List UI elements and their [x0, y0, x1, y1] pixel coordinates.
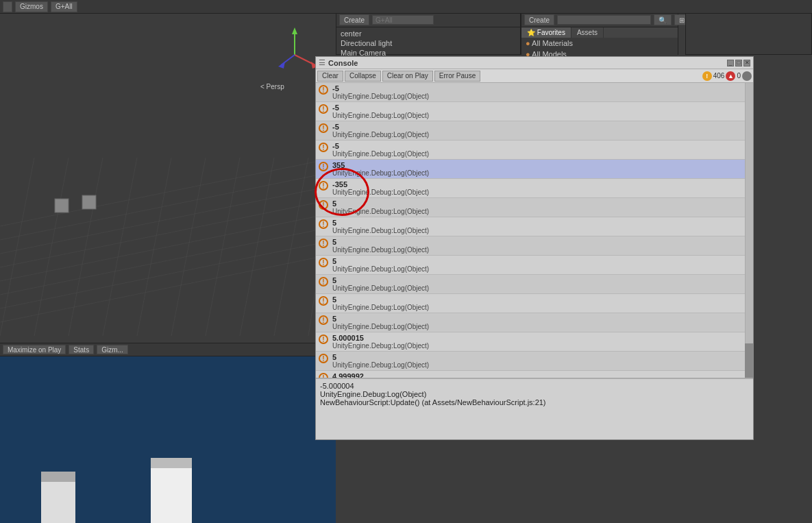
- warn-icon: !: [319, 258, 328, 267]
- console-item[interactable]: ! 5 UnityEngine.Debug:Log(Object): [316, 352, 745, 371]
- svg-line-6: [0, 240, 336, 308]
- assets-tab[interactable]: Assets: [571, 27, 604, 38]
- svg-line-1: [0, 171, 336, 240]
- maximize-on-play-btn[interactable]: Maximize on Play: [3, 345, 66, 354]
- console-item[interactable]: ! 5 UnityEngine.Debug:Log(Object): [316, 294, 745, 313]
- svg-line-4: [0, 212, 336, 281]
- console-item[interactable]: ! 5 UnityEngine.Debug:Log(Object): [316, 275, 745, 294]
- warn-icon: !: [319, 104, 328, 114]
- gall-button[interactable]: G+All: [51, 1, 77, 12]
- console-item-value: 5: [332, 353, 429, 361]
- console-item[interactable]: ! -5 UnityEngine.Debug:Log(Object): [316, 121, 745, 141]
- console-badges: ! 406 ▲ 0: [702, 71, 752, 81]
- console-item-value: -5: [332, 84, 429, 93]
- console-icon: ☰: [319, 58, 325, 67]
- console-footer: -5.000004 UnityEngine.Debug:Log(Object) …: [316, 378, 753, 439]
- warn-icon: !: [319, 123, 328, 133]
- warn-icon: !: [319, 219, 328, 229]
- favorites-label: Favorites: [537, 29, 565, 36]
- console-item[interactable]: ! 5 UnityEngine.Debug:Log(Object): [316, 236, 745, 256]
- console-clear-btn[interactable]: Clear: [317, 71, 343, 82]
- console-item[interactable]: ! -5 UnityEngine.Debug:Log(Object): [316, 141, 745, 160]
- console-error-pause-btn[interactable]: Error Pause: [434, 71, 480, 82]
- favorites-tab[interactable]: ⭐ Favorites: [521, 27, 571, 38]
- console-item-source: UnityEngine.Debug:Log(Object): [332, 131, 429, 138]
- console-item[interactable]: ! -5 UnityEngine.Debug:Log(Object): [316, 83, 745, 102]
- svg-marker-19: [292, 27, 297, 34]
- warn-icon: !: [319, 85, 328, 95]
- console-collapse-btn[interactable]: Collapse: [345, 71, 381, 82]
- console-clear-on-play-btn[interactable]: Clear on Play: [382, 71, 433, 82]
- hierarchy-item-light[interactable]: Directional light: [341, 38, 516, 48]
- cube-right: [151, 468, 192, 523]
- hierarchy-list: center Directional light Main Camera: [336, 27, 520, 59]
- console-item-source: UnityEngine.Debug:Log(Object): [332, 150, 429, 158]
- svg-line-13: [171, 158, 206, 336]
- svg-rect-26: [82, 195, 96, 209]
- console-item[interactable]: ! 355 UnityEngine.Debug:Log(Object): [316, 160, 745, 179]
- console-item-value: 5: [332, 238, 429, 246]
- warn-icon: !: [319, 373, 328, 378]
- console-item-source: UnityEngine.Debug:Log(Object): [332, 169, 429, 177]
- console-item-value: 355: [332, 161, 429, 169]
- console-item-source: UnityEngine.Debug:Log(Object): [332, 208, 429, 215]
- console-item-source: UnityEngine.Debug:Log(Object): [332, 246, 429, 254]
- console-item-source: UnityEngine.Debug:Log(Object): [332, 265, 429, 273]
- project-search-btn[interactable]: 🔍: [654, 14, 672, 25]
- svg-line-12: [137, 158, 171, 336]
- console-item-source: UnityEngine.Debug:Log(Object): [332, 227, 429, 234]
- project-create-btn[interactable]: Create: [524, 14, 554, 25]
- project-favorites-row: ⭐ Favorites Assets: [521, 27, 678, 38]
- console-item[interactable]: ! 5.000015 UnityEngine.Debug:Log(Object): [316, 332, 745, 352]
- console-item-value: 4.999992: [332, 372, 429, 378]
- hierarchy-search-input[interactable]: [372, 15, 434, 25]
- warn-icon: !: [319, 315, 328, 325]
- console-close-btn[interactable]: ✕: [743, 60, 750, 66]
- stats-btn[interactable]: Stats: [69, 345, 94, 354]
- console-item[interactable]: ! 5 UnityEngine.Debug:Log(Object): [316, 217, 745, 236]
- hierarchy-item-center[interactable]: center: [341, 29, 516, 38]
- scene-viewport: < Persp: [0, 14, 336, 343]
- svg-marker-23: [278, 62, 285, 69]
- all-materials-item[interactable]: ● All Materials: [521, 38, 678, 49]
- console-scrollbar[interactable]: [745, 83, 753, 378]
- console-item-value: 5: [332, 219, 429, 227]
- hierarchy-create-btn[interactable]: Create: [339, 14, 369, 25]
- warn-icon: !: [319, 239, 328, 248]
- warn-icon: !: [319, 143, 328, 152]
- console-item-source: UnityEngine.Debug:Log(Object): [332, 342, 429, 350]
- console-panel: ☰ Console _ □ ✕ Clear Collapse Clear on …: [315, 56, 754, 440]
- console-item[interactable]: ! -355 UnityEngine.Debug:Log(Object): [316, 179, 745, 198]
- console-item[interactable]: ! 5 UnityEngine.Debug:Log(Object): [316, 313, 745, 332]
- game-area: [0, 356, 336, 523]
- console-item-value: 5: [332, 199, 429, 208]
- console-item-source: UnityEngine.Debug:Log(Object): [332, 188, 429, 196]
- console-scrollbar-thumb[interactable]: [745, 343, 753, 378]
- project-search-input[interactable]: [557, 15, 651, 25]
- console-maximize-btn[interactable]: □: [735, 60, 742, 66]
- materials-icon: ●: [526, 39, 530, 47]
- console-item-value: 5.000015: [332, 334, 429, 342]
- console-item-value: -355: [332, 180, 429, 188]
- gizmos-dropdown-btn[interactable]: Gizm...: [97, 345, 128, 354]
- gizmos-button[interactable]: Gizmos: [15, 1, 48, 12]
- console-minimize-btn[interactable]: _: [727, 60, 734, 66]
- svg-line-10: [69, 158, 103, 336]
- console-item[interactable]: ! 4.999992 UnityEngine.Debug:Log(Object): [316, 371, 745, 378]
- cube-left: [41, 482, 75, 523]
- all-materials-label: All Materials: [532, 39, 573, 47]
- project-toolbar: Create 🔍 ⊞ ✕: [521, 13, 678, 27]
- console-item-source: UnityEngine.Debug:Log(Object): [332, 304, 429, 311]
- toolbar-button[interactable]: [3, 1, 12, 12]
- footer-line-1: -5.000004: [320, 382, 749, 390]
- console-item[interactable]: ! -5 UnityEngine.Debug:Log(Object): [316, 102, 745, 121]
- warn-icon: !: [319, 354, 328, 363]
- console-item-source: UnityEngine.Debug:Log(Object): [332, 112, 429, 119]
- console-item[interactable]: ! 5 UnityEngine.Debug:Log(Object): [316, 256, 745, 275]
- svg-line-16: [274, 158, 308, 336]
- console-item-value: -5: [332, 104, 429, 112]
- console-item-value: -5: [332, 142, 429, 150]
- footer-line-2: UnityEngine.Debug:Log(Object): [320, 390, 749, 398]
- console-item[interactable]: ! 5 UnityEngine.Debug:Log(Object): [316, 198, 745, 217]
- svg-line-11: [103, 158, 137, 336]
